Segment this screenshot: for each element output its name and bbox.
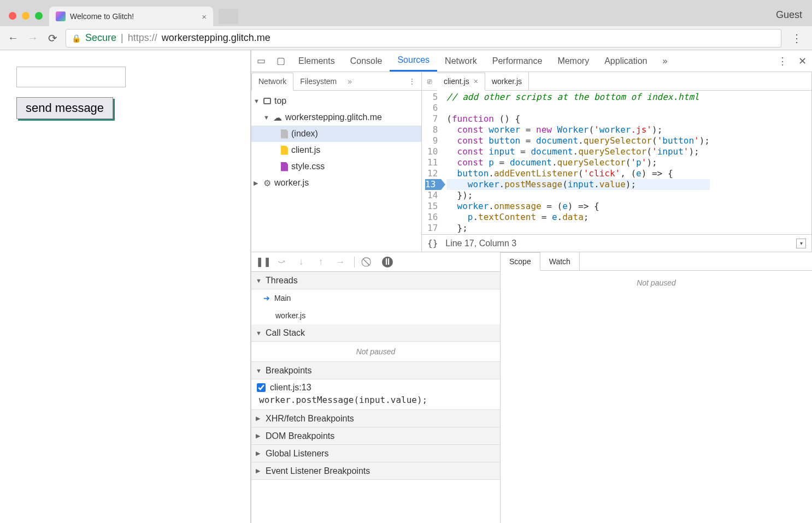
close-tab-button[interactable]: × <box>202 12 207 21</box>
tree-file-clientjs[interactable]: client.js <box>251 142 421 158</box>
breakpoint-snippet: worker.postMessage(input.value); <box>257 393 496 405</box>
navigator-more[interactable]: » <box>343 77 356 86</box>
gear-icon: ⚙ <box>263 178 271 188</box>
step-out-button[interactable]: ↑ <box>315 257 327 268</box>
tree-file-stylecss[interactable]: style.css <box>251 158 421 175</box>
thread-main[interactable]: ➔Main <box>251 289 500 307</box>
url-separator: | <box>121 32 123 44</box>
thread-worker[interactable]: worker.js <box>251 307 500 324</box>
navigator-tabs: Network Filesystem » ⋮ <box>251 72 421 91</box>
devtools-more-tabs[interactable]: » <box>655 50 675 72</box>
active-thread-icon: ➔ <box>263 294 270 302</box>
devtools: ▭ ▢ ElementsConsoleSourcesNetworkPerform… <box>251 50 812 523</box>
callstack-empty: Not paused <box>251 342 500 362</box>
address-bar: ← → ⟳ 🔒 Secure | https://workerstepping.… <box>0 26 812 50</box>
forward-button[interactable]: → <box>26 32 39 45</box>
editor-tab-clientjs[interactable]: client.js× <box>437 73 485 91</box>
scope-empty: Not paused <box>501 271 812 295</box>
pause-button[interactable]: ❚❚ <box>256 256 268 268</box>
devtools-tab-application[interactable]: Application <box>597 50 655 72</box>
devtools-tabs: ▭ ▢ ElementsConsoleSourcesNetworkPerform… <box>251 50 812 72</box>
frame-icon <box>263 98 271 104</box>
inspect-icon[interactable]: ▭ <box>251 55 271 67</box>
tree-domain[interactable]: ▼☁ workerstepping.glitch.me <box>251 109 421 126</box>
page-pane: send message <box>0 50 251 523</box>
devtools-tab-console[interactable]: Console <box>343 50 390 72</box>
reload-button[interactable]: ⟳ <box>46 32 59 45</box>
tree-frame-top[interactable]: ▼ top <box>251 93 421 109</box>
device-toolbar-icon[interactable]: ▢ <box>271 55 291 67</box>
editor-statusbar: {} Line 17, Column 3 ▾ <box>422 234 811 252</box>
secure-label: Secure <box>85 32 116 44</box>
step-button[interactable]: → <box>334 257 346 268</box>
document-icon <box>281 129 288 139</box>
threads-section[interactable]: ▼Threads <box>251 272 500 289</box>
profile-label[interactable]: Guest <box>776 9 812 26</box>
debugger-sidebar: ❚❚ ⤻ ↓ ↑ → ⃠ ⏸ ▼Threads ➔Main worker.js … <box>251 252 501 523</box>
devtools-tab-elements[interactable]: Elements <box>291 50 343 72</box>
pretty-print-button[interactable]: {} <box>427 238 438 248</box>
new-tab-button[interactable] <box>219 9 238 24</box>
dom-breakpoints-section[interactable]: ▶DOM Breakpoints <box>251 427 500 445</box>
maximize-window-button[interactable] <box>35 12 43 20</box>
snippets-dropdown[interactable]: ▾ <box>796 239 806 248</box>
close-window-button[interactable] <box>9 12 16 20</box>
cursor-position: Line 17, Column 3 <box>445 239 516 248</box>
file-tree: ▼ top ▼☁ workerstepping.glitch.me (index… <box>251 91 421 193</box>
devtools-tab-memory[interactable]: Memory <box>550 50 597 72</box>
browser-chrome: Welcome to Glitch! × Guest ← → ⟳ 🔒 Secur… <box>0 0 812 50</box>
code-editor[interactable]: 56789101112131415161718 // add other scr… <box>422 91 811 234</box>
url-scheme: https:// <box>128 32 157 44</box>
js-file-icon <box>281 146 288 155</box>
step-into-button[interactable]: ↓ <box>295 257 307 268</box>
minimize-window-button[interactable] <box>22 12 30 20</box>
cloud-icon: ☁ <box>273 112 282 123</box>
url-host: workerstepping.glitch.me <box>162 32 270 44</box>
window-controls <box>7 12 49 26</box>
navigator-tab-network[interactable]: Network <box>251 73 293 91</box>
close-tab-icon[interactable]: × <box>474 77 478 86</box>
editor-pane: ⎚ client.js× worker.js 56789101112131415… <box>422 72 812 252</box>
breakpoints-section[interactable]: ▼Breakpoints <box>251 362 500 379</box>
devtools-close-button[interactable]: ✕ <box>793 55 812 67</box>
url-box[interactable]: 🔒 Secure | https://workerstepping.glitch… <box>66 29 781 47</box>
tab-title: Welcome to Glitch! <box>70 12 134 21</box>
devtools-tab-performance[interactable]: Performance <box>485 50 550 72</box>
breakpoint-checkbox[interactable] <box>257 383 266 392</box>
xhr-breakpoints-section[interactable]: ▶XHR/fetch Breakpoints <box>251 410 500 427</box>
debugger-toolbar: ❚❚ ⤻ ↓ ↑ → ⃠ ⏸ <box>251 252 500 272</box>
browser-menu-button[interactable]: ⋮ <box>788 32 805 45</box>
css-file-icon <box>281 162 288 171</box>
scope-tab[interactable]: Scope <box>501 252 540 271</box>
tree-file-index[interactable]: (index) <box>251 126 421 142</box>
global-listeners-section[interactable]: ▶Global Listeners <box>251 445 500 462</box>
devtools-tab-sources[interactable]: Sources <box>390 50 437 72</box>
scope-tabs: Scope Watch <box>501 252 812 271</box>
editor-tabs: ⎚ client.js× worker.js <box>422 72 811 91</box>
navigator-tab-filesystem[interactable]: Filesystem <box>293 72 343 90</box>
breakpoint-item[interactable]: client.js:13 worker.postMessage(input.va… <box>251 379 500 410</box>
navigator-menu[interactable]: ⋮ <box>403 77 421 86</box>
lock-icon: 🔒 <box>72 34 81 43</box>
pause-on-exceptions-button[interactable]: ⏸ <box>382 257 393 268</box>
devtools-tab-network[interactable]: Network <box>437 50 485 72</box>
back-button[interactable]: ← <box>7 32 20 45</box>
scope-pane: Scope Watch Not paused <box>501 252 812 523</box>
message-input[interactable] <box>16 67 126 87</box>
tab-strip: Welcome to Glitch! × Guest <box>0 0 812 26</box>
callstack-section[interactable]: ▼Call Stack <box>251 324 500 342</box>
favicon-icon <box>56 11 66 21</box>
sources-navigator: Network Filesystem » ⋮ ▼ top ▼☁ workerst… <box>251 72 422 252</box>
step-over-button[interactable]: ⤻ <box>275 256 287 268</box>
devtools-settings-button[interactable]: ⋮ <box>772 55 793 67</box>
editor-tab-workerjs[interactable]: worker.js <box>485 72 529 90</box>
toggle-navigator-icon[interactable]: ⎚ <box>422 77 437 86</box>
send-message-button[interactable]: send message <box>16 97 113 119</box>
watch-tab[interactable]: Watch <box>540 252 580 270</box>
tree-worker[interactable]: ▶⚙ worker.js <box>251 175 421 191</box>
deactivate-breakpoints-button[interactable]: ⃠ <box>362 257 374 268</box>
browser-tab[interactable]: Welcome to Glitch! × <box>49 7 213 26</box>
event-listener-breakpoints-section[interactable]: ▶Event Listener Breakpoints <box>251 462 500 480</box>
